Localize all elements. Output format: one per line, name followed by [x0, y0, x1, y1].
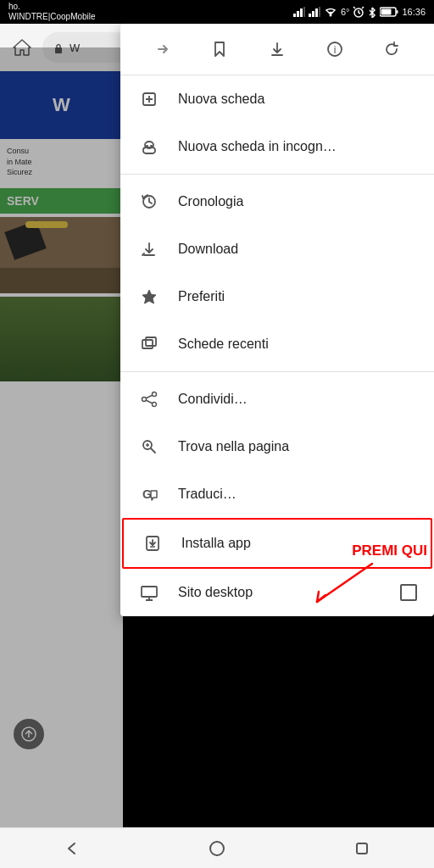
- svg-line-41: [151, 448, 155, 453]
- menu-divider: [120, 371, 434, 372]
- menu-item-icon-condividi: [137, 387, 161, 411]
- menu-item-label-condividi: Condividi…: [178, 392, 417, 407]
- menu-item-download[interactable]: Download: [120, 225, 434, 273]
- svg-rect-29: [146, 145, 148, 147]
- svg-rect-4: [309, 14, 311, 17]
- menu-item-cronologia[interactable]: Cronologia: [120, 178, 434, 225]
- menu-item-icon-cronologia: [137, 190, 161, 214]
- svg-rect-6: [315, 8, 318, 17]
- svg-rect-16: [381, 9, 392, 15]
- menu-items-container: Nuova schedaNuova scheda in incogn…Crono…: [120, 75, 434, 616]
- svg-point-8: [329, 14, 331, 17]
- refresh-button[interactable]: [376, 34, 407, 64]
- menu-item-icon-installa-app: [141, 531, 164, 555]
- navigation-bar: [0, 827, 434, 868]
- menu-item-condividi[interactable]: Condividi…: [120, 376, 434, 423]
- home-nav-button[interactable]: [197, 828, 237, 869]
- menu-item-schede-recenti[interactable]: Schede recenti: [120, 320, 434, 368]
- svg-rect-3: [303, 7, 305, 17]
- svg-rect-15: [397, 10, 398, 14]
- wifi-icon: [324, 7, 337, 17]
- svg-point-37: [142, 398, 147, 402]
- menu-divider: [120, 174, 434, 175]
- bookmark-button[interactable]: [204, 34, 235, 64]
- svg-rect-0: [293, 14, 296, 17]
- svg-line-11: [359, 13, 360, 14]
- menu-item-trova[interactable]: Trova nella pagina: [120, 423, 434, 470]
- svg-line-39: [146, 400, 153, 403]
- menu-item-icon-download: [137, 237, 161, 261]
- menu-item-icon-incognito: [137, 135, 161, 159]
- menu-item-label-trova: Trova nella pagina: [178, 439, 417, 454]
- menu-toolbar: i: [120, 24, 434, 75]
- menu-item-preferiti[interactable]: Preferiti: [120, 273, 434, 320]
- svg-line-38: [146, 395, 153, 398]
- info-button[interactable]: i: [320, 34, 350, 64]
- svg-rect-33: [142, 340, 153, 348]
- menu-item-icon-nuova-scheda: [137, 87, 161, 111]
- svg-point-36: [153, 403, 157, 407]
- menu-item-icon-schede-recenti: [137, 332, 161, 356]
- desktop-checkbox[interactable]: [400, 584, 417, 601]
- svg-point-35: [153, 392, 157, 397]
- menu-item-nuova-scheda[interactable]: Nuova scheda: [120, 75, 434, 123]
- svg-text:i: i: [333, 44, 336, 56]
- svg-rect-30: [150, 145, 153, 147]
- carrier-info: ho. WINDTRE|CoopMobile: [8, 2, 96, 22]
- arrow-annotation: [300, 559, 376, 610]
- download-button[interactable]: [262, 34, 292, 64]
- signal-icon: [293, 7, 305, 17]
- time-display: 16:36: [402, 7, 426, 17]
- battery-icon: [380, 7, 398, 17]
- menu-item-icon-preferiti: [137, 285, 161, 309]
- menu-item-label-download: Download: [178, 242, 417, 257]
- temp-display: 6°: [341, 7, 350, 17]
- svg-rect-52: [357, 843, 367, 854]
- menu-item-label-traduci: Traduci…: [178, 487, 417, 502]
- recent-nav-button[interactable]: [342, 828, 382, 869]
- status-icons: 6° 16:36: [293, 6, 426, 18]
- dropdown-menu: i Nuova schedaNuova scheda in incogn…Cro…: [120, 24, 434, 616]
- menu-item-icon-sito-desktop: [137, 581, 161, 604]
- svg-rect-5: [312, 11, 314, 17]
- menu-item-label-schede-recenti: Schede recenti: [178, 337, 417, 352]
- menu-item-incognito[interactable]: Nuova scheda in incogn…: [120, 123, 434, 170]
- bluetooth-icon: [368, 6, 376, 18]
- forward-button[interactable]: [147, 34, 178, 64]
- back-nav-button[interactable]: [52, 828, 92, 869]
- menu-item-label-nuova-scheda: Nuova scheda: [178, 92, 417, 107]
- status-bar: ho. WINDTRE|CoopMobile 6°: [0, 0, 434, 24]
- svg-line-13: [362, 7, 364, 8]
- svg-rect-2: [300, 8, 303, 17]
- menu-item-sito-desktop[interactable]: Sito desktop: [120, 569, 434, 616]
- menu-item-label-incognito: Nuova scheda in incogn…: [178, 139, 417, 154]
- menu-item-icon-trova: [137, 435, 161, 459]
- signal-icon2: [309, 7, 320, 17]
- svg-line-12: [353, 7, 355, 8]
- svg-rect-7: [319, 7, 320, 17]
- svg-rect-1: [297, 11, 299, 17]
- menu-item-label-preferiti: Preferiti: [178, 289, 417, 304]
- svg-rect-48: [142, 587, 157, 597]
- premi-qui-text: PREMI QUI: [352, 542, 427, 559]
- menu-item-icon-traduci: G: [137, 482, 161, 506]
- menu-item-traduci[interactable]: GTraduci…: [120, 470, 434, 518]
- svg-point-51: [210, 842, 224, 855]
- svg-rect-34: [146, 337, 156, 346]
- menu-item-label-cronologia: Cronologia: [178, 194, 417, 209]
- premi-qui-annotation: PREMI QUI: [352, 542, 427, 559]
- alarm-icon: [353, 6, 364, 18]
